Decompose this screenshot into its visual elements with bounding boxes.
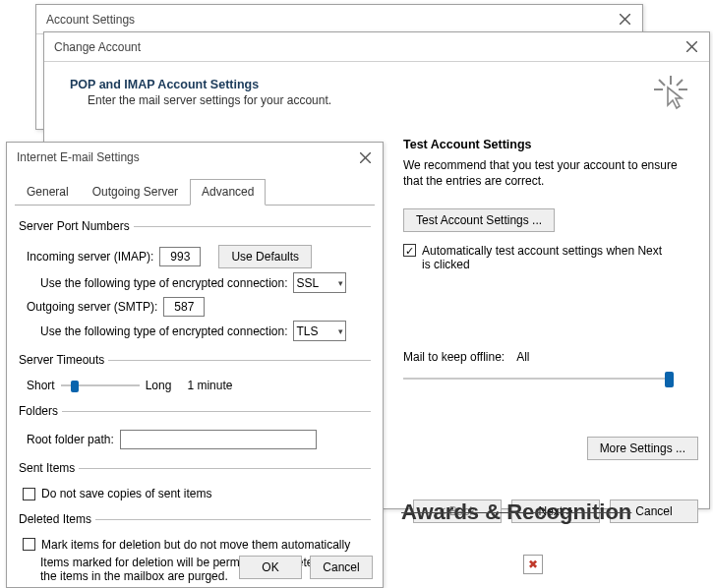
timeout-value: 1 minute <box>187 379 232 392</box>
incoming-server-label: Incoming server (IMAP): <box>27 250 153 264</box>
outgoing-enc-select[interactable]: TLS ▾ <box>293 321 346 341</box>
change-account-titlebar: Change Account <box>44 32 709 62</box>
mail-offline-label: Mail to keep offline: <box>403 350 505 364</box>
folders-group: Folders Root folder path: <box>19 404 371 453</box>
outgoing-port-input[interactable] <box>163 297 205 317</box>
chevron-down-icon: ▾ <box>338 278 343 288</box>
root-folder-input[interactable] <box>120 430 317 449</box>
server-port-numbers-group: Server Port Numbers Incoming server (IMA… <box>19 219 371 345</box>
outgoing-enc-value: TLS <box>296 324 318 338</box>
pop-imap-sub: Enter the mail server settings for your … <box>88 93 331 107</box>
timeout-slider[interactable] <box>61 379 140 392</box>
ok-button[interactable]: OK <box>239 556 302 579</box>
outgoing-enc-label: Use the following type of encrypted conn… <box>40 324 287 338</box>
test-settings-heading: Test Account Settings <box>403 138 698 151</box>
background-heading: Awards & Recognition <box>401 500 631 525</box>
close-icon[interactable] <box>683 37 701 56</box>
deleted-items-legend: Deleted Items <box>19 512 95 526</box>
broken-image-icon: ✖ <box>523 555 543 574</box>
ie-titlebar: Internet E-mail Settings <box>7 143 383 172</box>
no-save-sent-label: Do not save copies of sent items <box>41 487 211 500</box>
cursor-icon <box>654 76 687 116</box>
mark-deletion-label: Mark items for deletion but do not move … <box>41 538 350 552</box>
svg-line-8 <box>677 80 683 86</box>
advanced-panel: Server Port Numbers Incoming server (IMA… <box>7 206 383 588</box>
test-settings-panel: Test Account Settings We recommend that … <box>403 138 698 523</box>
server-timeouts-legend: Server Timeouts <box>19 353 108 367</box>
test-account-settings-button[interactable]: Test Account Settings ... <box>403 208 555 232</box>
incoming-enc-value: SSL <box>296 276 319 290</box>
incoming-enc-select[interactable]: SSL ▾ <box>293 272 346 293</box>
server-port-numbers-legend: Server Port Numbers <box>19 219 134 233</box>
cancel-button[interactable]: Cancel <box>310 556 373 579</box>
timeout-short-label: Short <box>27 379 55 392</box>
use-defaults-button[interactable]: Use Defaults <box>218 245 312 268</box>
account-settings-titlebar: Account Settings <box>36 5 642 34</box>
auto-test-checkbox[interactable] <box>403 244 416 257</box>
close-icon[interactable] <box>356 148 375 167</box>
offline-slider[interactable] <box>403 370 674 387</box>
no-save-sent-checkbox[interactable] <box>23 488 35 500</box>
change-account-title: Change Account <box>54 40 141 54</box>
tab-outgoing-server[interactable]: Outgoing Server <box>81 179 190 206</box>
close-icon[interactable] <box>616 10 634 29</box>
incoming-port-input[interactable] <box>159 247 201 266</box>
ie-tabs: General Outgoing Server Advanced <box>15 178 375 206</box>
mark-deletion-checkbox[interactable] <box>23 538 35 551</box>
internet-email-settings-dialog: Internet E-mail Settings General Outgoin… <box>6 142 384 588</box>
root-folder-label: Root folder path: <box>27 433 114 446</box>
sent-items-group: Sent Items Do not save copies of sent it… <box>19 461 371 504</box>
auto-test-label: Automatically test account settings when… <box>422 244 668 271</box>
folders-legend: Folders <box>19 404 62 418</box>
test-settings-text: We recommend that you test your account … <box>403 157 698 189</box>
svg-line-7 <box>659 80 665 86</box>
timeout-long-label: Long <box>146 379 172 392</box>
sent-items-legend: Sent Items <box>19 461 79 475</box>
mail-offline-value: All <box>516 350 529 364</box>
tab-advanced[interactable]: Advanced <box>190 179 266 206</box>
chevron-down-icon: ▾ <box>338 326 343 336</box>
tab-general[interactable]: General <box>15 179 81 206</box>
ie-title: Internet E-mail Settings <box>17 150 140 164</box>
outgoing-server-label: Outgoing server (SMTP): <box>27 300 157 314</box>
more-settings-button[interactable]: More Settings ... <box>587 437 698 460</box>
pop-imap-heading: POP and IMAP Account Settings <box>70 78 331 91</box>
incoming-enc-label: Use the following type of encrypted conn… <box>40 276 287 290</box>
account-settings-title: Account Settings <box>46 13 135 27</box>
server-timeouts-group: Server Timeouts Short Long 1 minute <box>19 353 371 396</box>
